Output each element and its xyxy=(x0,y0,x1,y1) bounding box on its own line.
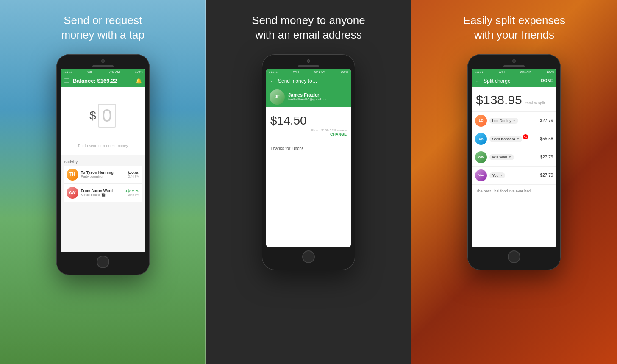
panel-3: Easily split expenses with your friends … xyxy=(411,0,617,364)
activity-note-0: Party planning! xyxy=(81,175,125,178)
activity-right-0: $22.50 2:44 PM xyxy=(128,171,139,178)
activity-note-1: Movie tickets 🎬 xyxy=(81,193,123,197)
status-bar-3: ●●●●● WiFi 9:41 AM 100% xyxy=(472,69,556,75)
back-arrow-3[interactable]: ← xyxy=(475,78,481,84)
split-initials-0: LD xyxy=(475,115,487,127)
recipient-avatar-2: JF xyxy=(270,89,285,105)
split-total-area-3: $138.95 total to split xyxy=(472,87,556,112)
split-avatar-1: SK xyxy=(475,133,487,145)
chip-arrow-2: ▼ xyxy=(509,156,511,158)
split-avatar-2: WW xyxy=(475,151,487,163)
status-bar-2: ●●●●● WiFi 9:41 AM 100% xyxy=(266,69,351,75)
activity-info-1: From Aaron Ward Movie tickets 🎬 xyxy=(81,189,123,197)
split-person-3[interactable]: You You ▼ $27.79 xyxy=(472,167,556,185)
phone-1-wrapper: ●●●●● WiFi 9:41 AM 100% ☰ Balance: $169.… xyxy=(56,54,150,275)
split-person-2[interactable]: WW Will Wen ▼ $27.79 xyxy=(472,148,556,167)
activity-amount-0: $22.50 xyxy=(128,171,139,175)
activity-amount-1: +$12.75 xyxy=(125,189,139,193)
signal-2: ●●●●● xyxy=(269,70,278,73)
panel-2-heading: Send money to anyone with an email addre… xyxy=(235,14,382,42)
activity-time-0: 2:44 PM xyxy=(128,175,139,178)
recipient-name-2: James Frazier xyxy=(288,92,328,97)
send-amount-area-2: $14.50 From: $169.22 Balance CHANGE xyxy=(266,107,351,141)
avatar-initials-0: TH xyxy=(67,169,78,181)
phone-screen-3: ●●●●● WiFi 9:41 AM 100% ← Split charge D… xyxy=(472,69,556,247)
amount-display-1[interactable]: $ 0 xyxy=(61,87,145,140)
tap-hint-1: Tap to send or request money xyxy=(61,140,145,155)
phone-home-2[interactable] xyxy=(302,250,315,263)
chip-arrow-1: ▼ xyxy=(517,137,520,140)
phone-camera-2 xyxy=(307,59,310,63)
activity-name-1: From Aaron Ward xyxy=(81,189,123,193)
phone-speaker-3 xyxy=(503,65,525,67)
wifi-1: WiFi xyxy=(87,70,93,73)
activity-section-1: Activity TH To Tyson Henning Party plann… xyxy=(61,155,145,202)
phone-camera-3 xyxy=(512,59,516,63)
battery-2: 100% xyxy=(341,70,348,73)
split-initials-3: You xyxy=(475,169,487,181)
phone-home-1[interactable] xyxy=(97,256,109,268)
send-header-2: ← Send money to… xyxy=(266,75,351,87)
recipient-initials-2: JF xyxy=(270,89,285,105)
split-amount-2: $27.79 xyxy=(540,155,553,159)
split-chip-2[interactable]: Will Wen ▼ xyxy=(489,154,514,160)
recipient-bar-2: JF James Frazier footballfan490@gmail.co… xyxy=(266,87,351,107)
wifi-3: WiFi xyxy=(499,70,505,73)
chip-arrow-0: ▼ xyxy=(513,119,516,122)
split-name-0: Lori Dooley xyxy=(492,119,511,123)
phone-home-3[interactable] xyxy=(508,250,520,263)
split-name-3: You xyxy=(492,173,498,178)
split-avatar-3: You xyxy=(475,169,487,181)
phone-speaker-2 xyxy=(298,65,319,67)
chip-arrow-3: ▼ xyxy=(500,174,503,177)
phone-camera-1 xyxy=(101,59,105,63)
bell-icon-1[interactable]: 🔔 xyxy=(136,78,142,84)
menu-icon-1[interactable]: ☰ xyxy=(64,78,69,84)
split-amount-3: $27.79 xyxy=(540,173,553,178)
activity-label-1: Activity xyxy=(64,158,142,166)
split-initials-2: WW xyxy=(475,151,487,163)
activity-item-0[interactable]: TH To Tyson Henning Party planning! $22.… xyxy=(64,166,142,184)
phone-1: ●●●●● WiFi 9:41 AM 100% ☰ Balance: $169.… xyxy=(56,54,150,275)
split-person-0[interactable]: LD Lori Dooley ▼ $27.79 xyxy=(472,112,556,130)
split-name-2: Will Wen xyxy=(492,155,507,159)
activity-info-0: To Tyson Henning Party planning! xyxy=(81,170,125,178)
split-header-3: ← Split charge DONE xyxy=(472,75,556,87)
send-change-2[interactable]: CHANGE xyxy=(270,132,347,136)
activity-avatar-0: TH xyxy=(67,169,78,181)
split-total-3: $138.95 xyxy=(476,93,522,107)
activity-time-1: 2:43 PM xyxy=(125,193,139,196)
split-total-label-3: total to split xyxy=(525,101,545,105)
split-initials-1: SK xyxy=(475,133,487,145)
recipient-email-2: footballfan490@gmail.com xyxy=(288,97,328,101)
panel-1: Send or request money with a tap ●●●●● W… xyxy=(0,0,206,364)
recipient-info-2: James Frazier footballfan490@gmail.com xyxy=(288,92,328,101)
app-header-1: ☰ Balance: $169.22 🔔 xyxy=(61,75,145,87)
split-chip-0[interactable]: Lori Dooley ▼ xyxy=(489,118,518,124)
done-button-3[interactable]: DONE xyxy=(541,78,553,83)
activity-right-1: +$12.75 2:43 PM xyxy=(125,189,139,196)
panel-3-heading: Easily split expenses with your friends xyxy=(446,14,582,42)
send-from-2: From: $169.22 Balance xyxy=(270,128,347,132)
phone-screen-1: ●●●●● WiFi 9:41 AM 100% ☰ Balance: $169.… xyxy=(61,69,145,252)
battery-1: 100% xyxy=(135,70,143,73)
zero-display-1: 0 xyxy=(98,104,116,128)
status-bar-1: ●●●●● WiFi 9:41 AM 100% xyxy=(61,69,145,75)
time-1: 9:41 AM xyxy=(109,70,120,73)
panel-1-heading: Send or request money with a tap xyxy=(44,14,161,42)
split-person-1[interactable]: SK Sam Kansara ▼ +1 $55.58 xyxy=(472,130,556,148)
back-arrow-2[interactable]: ← xyxy=(270,78,275,84)
phone-3: ●●●●● WiFi 9:41 AM 100% ← Split charge D… xyxy=(467,54,561,270)
wifi-2: WiFi xyxy=(293,70,299,73)
split-avatar-0: LD xyxy=(475,115,487,127)
split-name-1: Sam Kansara xyxy=(492,137,515,141)
dollar-sign-1: $ xyxy=(89,109,96,122)
activity-avatar-1: AW xyxy=(67,187,78,199)
phone-3-wrapper: ●●●●● WiFi 9:41 AM 100% ← Split charge D… xyxy=(467,54,561,270)
activity-item-1[interactable]: AW From Aaron Ward Movie tickets 🎬 +$12.… xyxy=(64,184,142,202)
split-chip-1[interactable]: Sam Kansara ▼ xyxy=(489,136,522,142)
split-amount-1: $55.58 xyxy=(540,136,553,141)
header-title-2: Send money to… xyxy=(278,78,347,84)
split-note-3: The best Thai food I've ever had! xyxy=(472,185,556,197)
split-chip-3[interactable]: You ▼ xyxy=(489,172,505,178)
